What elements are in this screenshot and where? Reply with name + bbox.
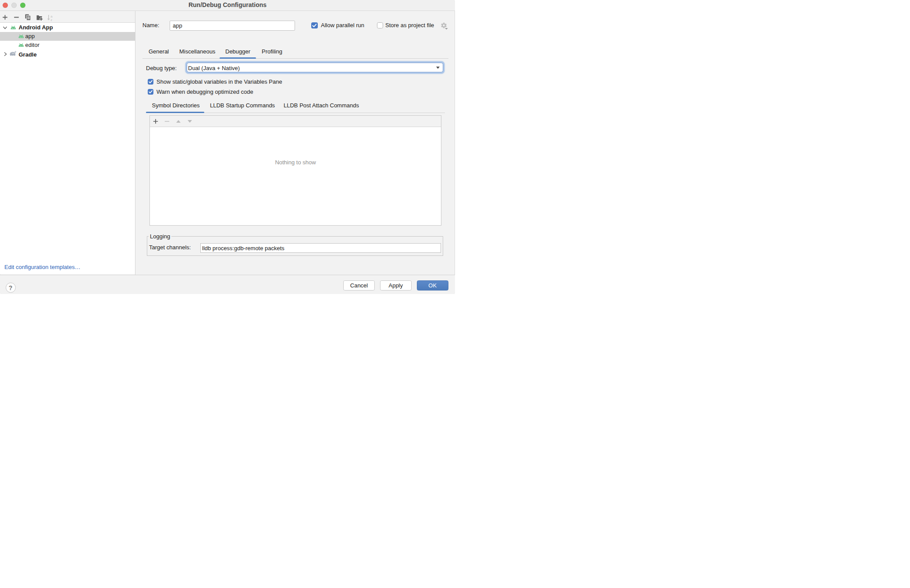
svg-text:z: z	[50, 18, 52, 21]
